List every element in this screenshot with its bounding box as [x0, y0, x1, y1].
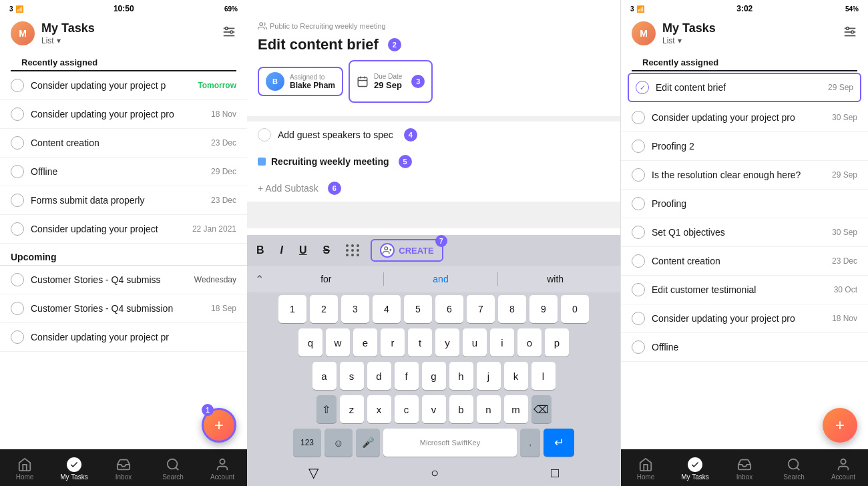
due-date-box[interactable]: Due Date 29 Sep 3	[349, 60, 433, 103]
kb-shift[interactable]: ⇧	[316, 395, 337, 423]
kb-key-9[interactable]: 9	[529, 295, 558, 323]
kb-emoji[interactable]: ☺	[324, 429, 353, 457]
add-subtask-row[interactable]: + Add Subtask 6	[247, 175, 620, 202]
kb-key-o[interactable]: o	[517, 328, 541, 356]
task-check[interactable]	[632, 254, 645, 268]
kb-key-1[interactable]: 1	[278, 295, 306, 323]
task-item[interactable]: Consider updating your project pro 30 Se…	[621, 103, 868, 132]
task-check[interactable]	[11, 302, 24, 315]
task-check[interactable]	[632, 312, 645, 325]
task-item[interactable]: Consider updating your project p Tomorro…	[0, 71, 247, 100]
kb-key-k[interactable]: k	[504, 362, 528, 390]
task-item[interactable]: Is the resolution clear enough here? 29 …	[621, 161, 868, 190]
create-button[interactable]: CREATE 7	[371, 239, 443, 262]
right-nav-search[interactable]: Search	[769, 455, 819, 483]
nav-item-search[interactable]: Search	[148, 455, 198, 483]
right-nav-account[interactable]: Account	[819, 455, 868, 483]
nav-item-inbox[interactable]: Inbox	[99, 455, 148, 483]
task-item[interactable]: Content creation 23 Dec	[621, 247, 868, 276]
subtask-row[interactable]: Add guest speakers to spec 4	[247, 121, 620, 148]
task-check[interactable]	[632, 283, 645, 296]
task-check[interactable]	[632, 226, 645, 239]
kb-key-j[interactable]: j	[477, 362, 501, 390]
nav-item-account[interactable]: Account	[198, 455, 247, 483]
task-check[interactable]	[632, 197, 645, 210]
bold-button[interactable]: B	[254, 242, 267, 259]
kb-key-x[interactable]: x	[367, 395, 391, 423]
kb-backspace[interactable]: ⌫	[531, 395, 552, 423]
kb-key-t[interactable]: t	[408, 328, 432, 356]
suggestion-and[interactable]: and	[384, 271, 498, 287]
right-nav-mytasks[interactable]: My Tasks	[670, 455, 720, 483]
kb-key-2[interactable]: 2	[310, 295, 338, 323]
task-item[interactable]: Set Q1 objectives 30 Sep	[621, 218, 868, 247]
suggestion-with[interactable]: with	[498, 271, 612, 287]
subtask-check[interactable]	[258, 128, 271, 142]
task-item[interactable]: Customer Stories - Q4 submiss Wednesday	[0, 266, 247, 294]
kb-key-n[interactable]: n	[477, 395, 501, 423]
kb-key-m[interactable]: m	[504, 395, 528, 423]
task-item[interactable]: Consider updating your project pr	[0, 323, 247, 352]
kb-key-3[interactable]: 3	[341, 295, 369, 323]
left-fab-button[interactable]: + 1	[202, 408, 236, 443]
kb-key-a[interactable]: a	[312, 362, 337, 390]
kb-key-s[interactable]: s	[340, 362, 364, 390]
task-item[interactable]: Offline 29 Dec	[0, 158, 247, 186]
kb-key-b[interactable]: b	[449, 395, 473, 423]
filter-icon[interactable]	[222, 25, 236, 42]
kb-mic[interactable]: 🎤	[356, 429, 380, 457]
task-item[interactable]: Consider updating your project 22 Jan 20…	[0, 215, 247, 244]
task-check[interactable]	[632, 140, 645, 153]
task-item[interactable]: Proofing	[621, 190, 868, 218]
nav-item-home[interactable]: Home	[0, 455, 49, 483]
kb-space[interactable]: Microsoft SwiftKey	[383, 429, 517, 457]
kb-key-4[interactable]: 4	[373, 295, 401, 323]
kb-key-f[interactable]: f	[395, 362, 419, 390]
kb-key-z[interactable]: z	[340, 395, 364, 423]
kb-comma[interactable]: ,	[520, 429, 540, 457]
task-check[interactable]	[632, 340, 645, 354]
kb-key-y[interactable]: y	[435, 328, 459, 356]
kb-key-g[interactable]: g	[422, 362, 446, 390]
task-item[interactable]: Proofing 2	[621, 132, 868, 161]
kb-key-p[interactable]: p	[545, 328, 569, 356]
task-check[interactable]	[11, 136, 24, 150]
nav-item-mytasks[interactable]: My Tasks	[49, 455, 99, 483]
task-check[interactable]	[11, 330, 24, 344]
right-fab-button[interactable]: +	[823, 408, 857, 443]
kb-key-q[interactable]: q	[298, 328, 322, 356]
task-item[interactable]: Consider updating your project pro 18 No…	[0, 100, 247, 129]
kb-key-d[interactable]: d	[367, 362, 391, 390]
kb-key-c[interactable]: c	[395, 395, 419, 423]
task-check[interactable]	[632, 111, 645, 124]
task-check[interactable]	[632, 168, 645, 182]
task-item[interactable]: Content creation 23 Dec	[0, 129, 247, 158]
kb-numsym[interactable]: 123	[293, 429, 321, 457]
kb-key-h[interactable]: h	[449, 362, 473, 390]
task-check[interactable]	[11, 222, 24, 236]
task-check[interactable]	[11, 273, 24, 286]
task-item[interactable]: Customer Stories - Q4 submission 18 Sep	[0, 294, 247, 323]
underline-button[interactable]: U	[296, 242, 310, 259]
task-check[interactable]	[636, 81, 649, 94]
task-item[interactable]: Forms submit data properly 23 Dec	[0, 186, 247, 215]
kb-key-l[interactable]: l	[531, 362, 556, 390]
kb-key-r[interactable]: r	[381, 328, 405, 356]
kb-key-e[interactable]: e	[353, 328, 377, 356]
strikethrough-button[interactable]: S	[320, 242, 333, 259]
kb-key-i[interactable]: i	[490, 328, 514, 356]
project-row[interactable]: Recruiting weekly meeting 5	[247, 148, 620, 175]
task-item[interactable]: Edit customer testimonial 30 Oct	[621, 276, 868, 304]
right-filter-icon[interactable]	[843, 25, 857, 42]
kb-key-5[interactable]: 5	[404, 295, 432, 323]
italic-button[interactable]: I	[278, 242, 286, 259]
kb-key-7[interactable]: 7	[467, 295, 495, 323]
task-check[interactable]	[11, 194, 24, 207]
kb-return[interactable]: ↵	[544, 429, 574, 457]
task-item[interactable]: Consider updating your project pro 18 No…	[621, 304, 868, 333]
kb-key-6[interactable]: 6	[435, 295, 463, 323]
right-nav-inbox[interactable]: Inbox	[720, 455, 769, 483]
task-check[interactable]	[11, 79, 24, 92]
kb-key-0[interactable]: 0	[561, 295, 589, 323]
kb-key-v[interactable]: v	[422, 395, 446, 423]
